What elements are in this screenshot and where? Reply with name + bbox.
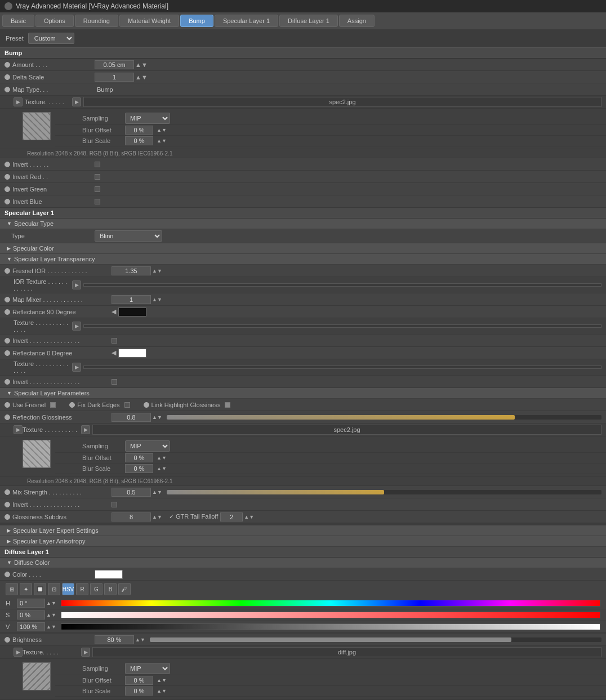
bump-invert-red-radio[interactable] [5, 174, 10, 180]
ior-texture-bar[interactable] [83, 283, 601, 287]
bump-invert-green-radio[interactable] [5, 186, 10, 192]
val-input[interactable] [17, 622, 45, 631]
reflectance0-invert-radio[interactable] [5, 379, 10, 385]
color-tool-lab[interactable]: B [104, 583, 117, 595]
val-gradient[interactable] [61, 623, 600, 630]
tab-material-weight[interactable]: Material Weight [119, 15, 179, 27]
diff-texture-arrow1[interactable]: ▶ [14, 648, 23, 657]
diff-blur-scale-input[interactable] [125, 686, 153, 695]
ior-texture-arrow[interactable]: ▶ [72, 280, 81, 289]
spec-blur-offset-input[interactable] [125, 453, 153, 462]
bump-texture-bar[interactable]: spec2.jpg [83, 97, 601, 107]
diff-texture-bar[interactable]: diff.jpg [92, 647, 601, 657]
use-fresnel-checkbox[interactable] [50, 402, 56, 408]
spec-texture-arrow1[interactable]: ▶ [14, 425, 23, 434]
link-highlight-checkbox[interactable] [225, 402, 230, 408]
fresnel-ior-radio[interactable] [5, 268, 10, 274]
diff-blur-offset-input[interactable] [125, 676, 153, 685]
bump-texture-arrow[interactable]: ▶ [14, 97, 23, 106]
reflectance0-invert-checkbox[interactable] [112, 379, 117, 385]
bump-invert-green-checkbox[interactable] [95, 186, 100, 192]
amount-input[interactable] [95, 60, 134, 69]
spec-invert-checkbox[interactable] [112, 502, 117, 507]
bump-invert-radio[interactable] [5, 162, 10, 167]
diffuse-color-group[interactable]: ▼ Diffuse Color [0, 558, 606, 568]
spec-texture-bar[interactable]: spec2.jpg [92, 425, 601, 435]
fix-dark-edges-radio[interactable] [69, 402, 75, 408]
reflectance90-invert-checkbox[interactable] [112, 338, 117, 344]
reflectance90-texture-arrow[interactable]: ▶ [72, 322, 81, 331]
delta-scale-radio[interactable] [5, 74, 10, 80]
delta-scale-input[interactable] [95, 73, 134, 82]
mix-strength-radio[interactable] [5, 489, 10, 495]
delta-scale-spinner-down[interactable]: ▼ [141, 74, 148, 81]
reflectance0-texture-arrow[interactable]: ▶ [72, 363, 81, 372]
diff-texture-arrow2[interactable]: ▶ [81, 648, 90, 657]
color-swatch-diffuse[interactable] [95, 570, 123, 579]
bump-invert-blue-checkbox[interactable] [95, 199, 100, 204]
tab-specular-layer-1[interactable]: Specular Layer 1 [215, 15, 278, 27]
brightness-input[interactable] [95, 635, 134, 644]
brightness-radio[interactable] [5, 637, 10, 643]
reflectance90-radio[interactable] [5, 309, 10, 315]
hue-gradient[interactable] [61, 600, 600, 607]
bump-texture-arrow2[interactable]: ▶ [72, 97, 81, 106]
sat-input[interactable] [17, 610, 45, 619]
amount-spinner-down[interactable]: ▼ [141, 61, 148, 68]
color-tool-eyedrop2[interactable]: 🖋 [118, 583, 131, 595]
color-tool-hsl[interactable]: G [90, 583, 103, 595]
specular-params-group[interactable]: ▼ Specular Layer Parameters [0, 388, 606, 399]
specular-color-group[interactable]: ▶ Specular Color [0, 243, 606, 254]
reflectance90-swatch[interactable] [118, 307, 146, 316]
bump-invert-checkbox[interactable] [95, 162, 100, 167]
bump-blur-offset-input[interactable] [125, 126, 153, 135]
spec-texture-arrow2[interactable]: ▶ [81, 425, 90, 434]
bump-sampling-select[interactable]: MIP [125, 113, 170, 124]
amount-radio[interactable] [5, 62, 10, 68]
diff-sampling-select[interactable]: MIP [125, 663, 170, 674]
tab-options[interactable]: Options [35, 15, 74, 27]
tab-rounding[interactable]: Rounding [75, 15, 118, 27]
spec-anisotropy-group[interactable]: ▶ Specular Layer Anisotropy [0, 536, 606, 547]
bump-invert-red-checkbox[interactable] [95, 174, 100, 180]
spec-blur-scale-input[interactable] [125, 464, 153, 473]
sat-gradient[interactable] [61, 612, 600, 618]
tab-diffuse-layer-1[interactable]: Diffuse Layer 1 [279, 15, 338, 27]
color-tool-rgb[interactable]: R [76, 583, 88, 595]
tab-bump[interactable]: Bump [180, 15, 213, 27]
map-type-radio[interactable] [5, 87, 10, 92]
hue-input[interactable] [17, 599, 45, 608]
fresnel-ior-input[interactable] [112, 266, 151, 275]
gloss-subdivs-radio[interactable] [5, 514, 10, 520]
reflectance90-texture-bar[interactable] [83, 324, 601, 328]
amount-spinner-up[interactable]: ▲ [135, 61, 141, 68]
color-tool-eyedrop[interactable]: 🔲 [34, 583, 46, 595]
map-mixer-radio[interactable] [5, 297, 10, 302]
spec-sampling-select[interactable]: MIP [125, 440, 170, 452]
reflectance0-texture-bar[interactable] [83, 365, 601, 369]
color-tool-hsv[interactable]: HSV [62, 583, 74, 595]
reflectance0-swatch[interactable] [118, 349, 146, 358]
refl-gloss-input[interactable] [112, 413, 151, 422]
reflectance90-invert-radio[interactable] [5, 338, 10, 344]
spec-expert-group[interactable]: ▶ Specular Layer Expert Settings [0, 525, 606, 536]
color-tool-gradient[interactable]: ⊡ [48, 583, 60, 595]
bump-blur-scale-input[interactable] [125, 136, 153, 145]
use-fresnel-radio[interactable] [5, 402, 10, 408]
color-radio[interactable] [5, 572, 10, 577]
fix-dark-edges-checkbox[interactable] [124, 402, 130, 408]
gloss-subdivs-input[interactable] [112, 512, 151, 521]
type-select[interactable]: Blinn [95, 230, 162, 242]
link-highlight-radio[interactable] [144, 402, 149, 408]
reflectance0-radio[interactable] [5, 350, 10, 356]
preset-select[interactable]: Custom [28, 33, 74, 44]
tab-basic[interactable]: Basic [2, 15, 34, 27]
color-tool-copy[interactable]: ⊞ [6, 583, 18, 595]
color-tool-hex[interactable]: ✦ [20, 583, 32, 595]
tab-assign[interactable]: Assign [339, 15, 375, 27]
delta-scale-spinner-up[interactable]: ▲ [135, 74, 141, 81]
map-mixer-input[interactable] [112, 295, 151, 304]
spec-invert-radio[interactable] [5, 502, 10, 507]
refl-gloss-radio[interactable] [5, 414, 10, 420]
gtr-tail-input[interactable] [220, 512, 243, 521]
